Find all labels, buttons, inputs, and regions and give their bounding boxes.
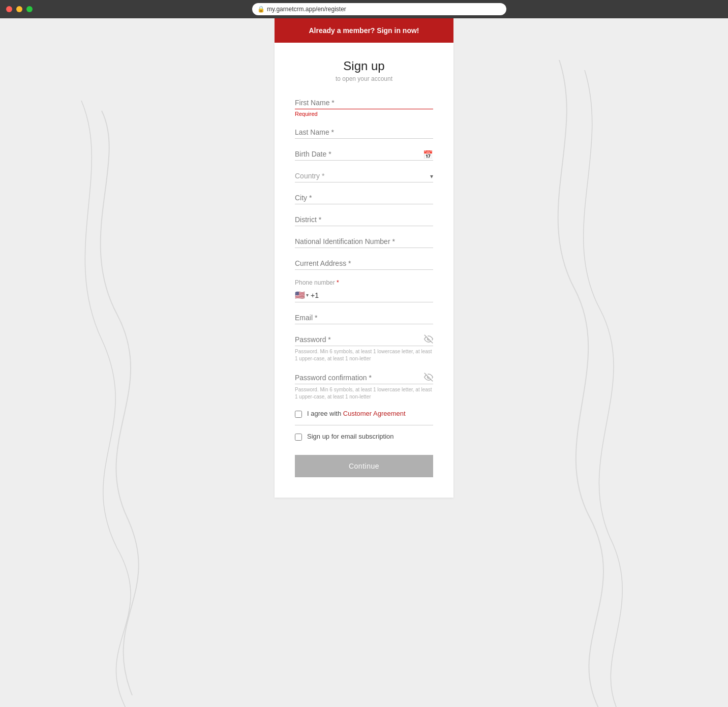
browser-close-btn[interactable]	[6, 6, 12, 12]
phone-number-field: Phone number * 🇺🇸 ▾ +1	[295, 279, 433, 302]
customer-agreement-link[interactable]: Customer Agreement	[343, 410, 406, 417]
url-text: my.garnetcrm.app/en/register	[267, 6, 346, 13]
first-name-error: Required	[295, 111, 433, 117]
continue-button[interactable]: Continue	[295, 455, 433, 477]
phone-flag: 🇺🇸	[295, 290, 305, 300]
password-confirmation-hint: Password. Min 6 symbols, at least 1 lowe…	[295, 386, 433, 401]
phone-dropdown-arrow[interactable]: ▾	[306, 292, 309, 298]
browser-maximize-btn[interactable]	[26, 6, 33, 12]
country-field: Country * United States United Kingdom T…	[295, 170, 433, 182]
email-subscription-group: Sign up for email subscription	[295, 433, 433, 441]
form-title: Sign up	[295, 59, 433, 73]
national-id-input[interactable]	[295, 235, 433, 248]
email-subscription-label: Sign up for email subscription	[307, 433, 394, 440]
first-name-input[interactable]	[295, 97, 433, 109]
email-input[interactable]	[295, 312, 433, 324]
email-subscription-checkbox[interactable]	[295, 434, 302, 441]
password-field: Password. Min 6 symbols, at least 1 lowe…	[295, 333, 433, 362]
calendar-icon[interactable]: 📅	[423, 149, 433, 159]
password-hint: Password. Min 6 symbols, at least 1 lowe…	[295, 348, 433, 362]
password-confirmation-field: Password. Min 6 symbols, at least 1 lowe…	[295, 372, 433, 401]
eye-off-confirm-icon[interactable]	[424, 373, 433, 384]
customer-agreement-label: I agree with Customer Agreement	[307, 410, 406, 417]
address-bar[interactable]: 🔒 my.garnetcrm.app/en/register	[252, 3, 506, 15]
browser-chrome: 🔒 my.garnetcrm.app/en/register	[0, 0, 728, 18]
national-id-field	[295, 235, 433, 248]
signup-form: Required 📅	[295, 97, 433, 477]
last-name-field	[295, 126, 433, 139]
phone-wrapper: 🇺🇸 ▾ +1	[295, 288, 433, 302]
signin-banner[interactable]: Already a member? Sign in now!	[275, 18, 453, 43]
lock-icon: 🔒	[257, 6, 265, 13]
eye-off-icon[interactable]	[424, 334, 433, 346]
form-card: Sign up to open your account Required	[275, 43, 453, 498]
browser-minimize-btn[interactable]	[16, 6, 22, 12]
birth-date-field: 📅	[295, 148, 433, 161]
customer-agreement-group: I agree with Customer Agreement	[295, 410, 433, 425]
phone-code: +1	[311, 291, 319, 299]
phone-required-star: *	[337, 279, 339, 286]
form-subtitle: to open your account	[295, 75, 433, 82]
first-name-field: Required	[295, 97, 433, 117]
customer-agreement-checkbox[interactable]	[295, 411, 302, 418]
birth-date-input[interactable]	[295, 148, 433, 161]
phone-input[interactable]	[323, 291, 433, 299]
password-confirmation-input[interactable]	[295, 372, 433, 384]
current-address-field	[295, 257, 433, 270]
district-input[interactable]	[295, 213, 433, 226]
country-select-wrapper: Country * United States United Kingdom T…	[295, 170, 433, 182]
phone-label: Phone number *	[295, 279, 433, 286]
signin-banner-text: Already a member? Sign in now!	[309, 26, 419, 35]
last-name-input[interactable]	[295, 126, 433, 139]
page-content: Already a member? Sign in now! Sign up t…	[0, 18, 728, 528]
city-input[interactable]	[295, 192, 433, 204]
password-input[interactable]	[295, 333, 433, 346]
email-field	[295, 312, 433, 324]
city-field	[295, 192, 433, 204]
current-address-input[interactable]	[295, 257, 433, 270]
district-field	[295, 213, 433, 226]
country-select[interactable]: Country * United States United Kingdom T…	[295, 170, 433, 182]
